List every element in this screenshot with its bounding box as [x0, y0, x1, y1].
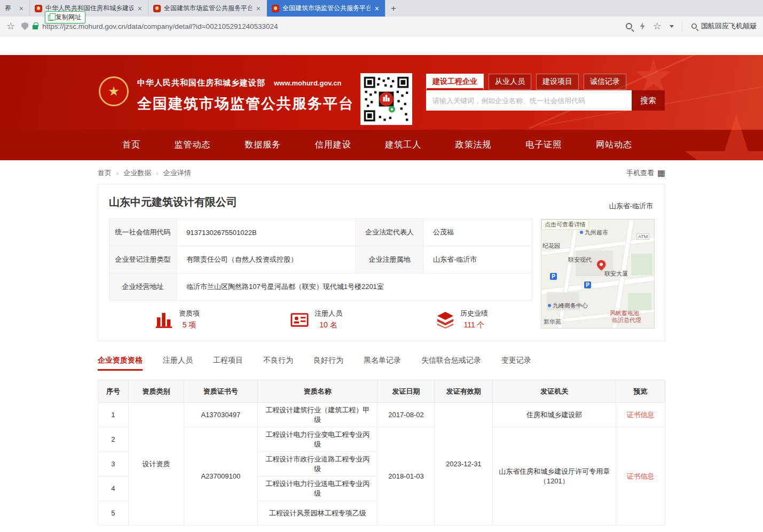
- browser-tab-bar: 界 × 中华人民共和国住房和城乡建设 × 全国建筑市场监管公共服务平台 × 全国…: [0, 0, 763, 17]
- nav-credit[interactable]: 信用建设: [315, 139, 351, 151]
- lightning-icon[interactable]: [640, 22, 645, 30]
- col-preview: 预览: [616, 380, 665, 403]
- gov-site-favicon-icon: [153, 5, 161, 12]
- table-row: 1 设计资质 A137030497 工程设计建筑行业（建筑工程）甲级 2017-…: [98, 403, 665, 427]
- platform-title: 全国建筑市场监管公共服务平台: [137, 94, 354, 113]
- cell-name: 工程设计电力行业送电工程专业丙级: [257, 476, 377, 501]
- nav-home[interactable]: 首页: [122, 139, 140, 151]
- tab-blacklist[interactable]: 黑名单记录: [364, 356, 401, 371]
- mobile-view-button[interactable]: 手机查看 ▦: [626, 168, 665, 178]
- field-value: 临沂市兰山区陶然路107号星河晶都（联安）现代城1号楼2201室: [177, 273, 532, 301]
- search-button[interactable]: 搜索: [632, 90, 665, 111]
- ministry-name: 中华人民共和国住房和城乡建设部: [137, 78, 265, 88]
- company-name: 山东中元建筑设计有限公司: [109, 195, 654, 209]
- nav-workers[interactable]: 建筑工人: [385, 139, 421, 151]
- qr-mini-icon: ▦: [657, 169, 665, 177]
- keyword-search-input[interactable]: [426, 90, 632, 111]
- nav-data-service[interactable]: 数据服务: [245, 139, 281, 151]
- tab-dishonesty-records[interactable]: 失信联合惩戒记录: [421, 356, 481, 371]
- col-validity: 发证有效期: [435, 380, 493, 403]
- bookmark-star-icon[interactable]: ☆: [6, 21, 15, 31]
- stat-history-performance[interactable]: 历史业绩 111 个: [436, 309, 488, 330]
- browser-tab-3-active[interactable]: 全国建筑市场监管公共服务平台 ×: [267, 0, 386, 17]
- field-label: 企业登记注册类型: [109, 246, 177, 273]
- map-atm-label: ATM: [636, 233, 649, 240]
- search-tab-credit[interactable]: 诚信记录: [584, 74, 626, 90]
- favorites-star-icon[interactable]: ☆: [653, 21, 662, 31]
- search-tab-enterprise[interactable]: 建设工程企业: [426, 74, 484, 90]
- zoom-icon[interactable]: [626, 23, 632, 29]
- quick-search-box[interactable]: 国航回应飞机颠簸: [682, 21, 757, 31]
- stat-qualifications[interactable]: 资质项 5 项: [155, 309, 200, 330]
- new-tab-button[interactable]: +: [386, 0, 402, 17]
- stat-value: 111 个: [460, 320, 488, 330]
- search-tab-project[interactable]: 建设项目: [536, 74, 579, 90]
- close-icon[interactable]: ×: [18, 4, 25, 13]
- cert-info-link[interactable]: 证书信息: [616, 427, 665, 526]
- close-icon[interactable]: ×: [374, 4, 380, 13]
- cell-seq: 5: [98, 501, 129, 526]
- browser-window: 界 × 中华人民共和国住房和城乡建设 × 全国建筑市场监管公共服务平台 × 全国…: [0, 0, 763, 532]
- tab-good-behavior[interactable]: 良好行为: [313, 356, 343, 371]
- close-icon[interactable]: ×: [255, 4, 262, 13]
- shield-icon[interactable]: [21, 22, 28, 30]
- copy-url-tooltip[interactable]: 复制网址: [45, 11, 85, 24]
- field-label: 统一社会信用代码: [109, 219, 177, 246]
- qualification-table: 序号 资质类别 资质证书号 资质名称 发证日期 发证有效期 发证机关 预览 1 …: [98, 380, 665, 526]
- tab-registered-personnel[interactable]: 注册人员: [163, 356, 193, 371]
- copy-icon: [48, 15, 53, 21]
- map-label: 九州超市: [580, 229, 608, 237]
- cell-authority: 住房和城乡建设部: [493, 403, 616, 427]
- gov-site-favicon-icon: [272, 5, 279, 12]
- map-label: 纪花园: [542, 242, 560, 250]
- cell-issue-date: 2018-01-03: [377, 427, 435, 526]
- close-icon[interactable]: ×: [137, 4, 143, 13]
- search-tab-personnel[interactable]: 从业人员: [489, 74, 531, 90]
- cell-cert-no: A237009100: [184, 427, 257, 526]
- stat-value: 10 名: [314, 320, 342, 330]
- tab-projects[interactable]: 工程项目: [213, 356, 243, 371]
- cert-info-link[interactable]: 证书信息: [616, 403, 665, 427]
- field-value: 有限责任公司（自然人投资或控股）: [177, 246, 356, 273]
- map-hint: 点击可查看详情: [541, 220, 589, 230]
- building-bars-icon: [155, 310, 173, 328]
- cell-issue-date: 2017-08-02: [377, 403, 435, 427]
- stat-label: 历史业绩: [460, 309, 488, 318]
- field-value: 山东省-临沂市: [423, 246, 532, 273]
- col-category: 资质类别: [128, 380, 184, 403]
- browser-tab-2[interactable]: 全国建筑市场监管公共服务平台 ×: [148, 0, 267, 17]
- tab-title: 全国建筑市场监管公共服务平台: [282, 4, 371, 13]
- stat-registered-personnel[interactable]: 注册人员 10 名: [290, 309, 342, 330]
- nav-site-news[interactable]: 网站动态: [596, 139, 632, 151]
- breadcrumb-company-detail[interactable]: 企业详情: [163, 168, 191, 178]
- chevron-down-icon[interactable]: [670, 25, 674, 28]
- field-label: 企业注册属地: [356, 246, 423, 273]
- cell-cert-no: A137030497: [184, 403, 257, 427]
- company-region: 山东省-临沂市: [609, 201, 653, 211]
- map-widget[interactable]: 点击可查看详情 九州超市 ATM 纪花园 联安现代 联安大厦 P P 九峰商务中…: [541, 219, 655, 328]
- tab-change-records[interactable]: 变更记录: [501, 356, 531, 371]
- nav-supervision[interactable]: 监管动态: [175, 139, 211, 151]
- quick-search-text: 国航回应飞机颠簸: [701, 21, 757, 31]
- site-header: ★ 中华人民共和国住房和城乡建设部 www.mohurd.gov.cn 全国建筑…: [0, 55, 763, 130]
- nav-policy[interactable]: 政策法规: [455, 139, 492, 151]
- map-park: [631, 254, 652, 275]
- table-row: 企业经营地址 临沂市兰山区陶然路107号星河晶都（联安）现代城1号楼2201室: [109, 273, 532, 301]
- company-card: 山东中元建筑设计有限公司 山东省-临沂市 统一社会信用代码 9137130267…: [98, 184, 665, 341]
- tab-bad-behavior[interactable]: 不良行为: [263, 356, 293, 371]
- breadcrumb-company-data[interactable]: 企业数据: [123, 168, 151, 178]
- cell-validity: 2023-12-31: [435, 403, 493, 526]
- table-row: 统一社会信用代码 91371302675501022B 企业法定代表人 公茂福: [109, 219, 532, 246]
- map-block: [628, 293, 651, 310]
- address-bar[interactable]: https://jzsc.mohurd.gov.cn/data/company/…: [21, 22, 619, 30]
- tab-qualifications[interactable]: 企业资质资格: [98, 356, 143, 371]
- cell-name: 工程设计风景园林工程专项乙级: [257, 501, 377, 526]
- table-row: 企业登记注册类型 有限责任公司（自然人投资或控股） 企业注册属地 山东省-临沂市: [109, 246, 532, 273]
- browser-tab-partial[interactable]: 界 ×: [0, 0, 30, 17]
- breadcrumb-home[interactable]: 首页: [98, 168, 112, 178]
- map-label: 新华苑: [544, 318, 561, 326]
- tab-title: 界: [5, 4, 15, 13]
- nav-e-license[interactable]: 电子证照: [525, 139, 562, 151]
- breadcrumb-row: 首页 › 企业数据 › 企业详情 手机查看 ▦: [98, 168, 665, 178]
- field-label: 企业经营地址: [109, 273, 177, 301]
